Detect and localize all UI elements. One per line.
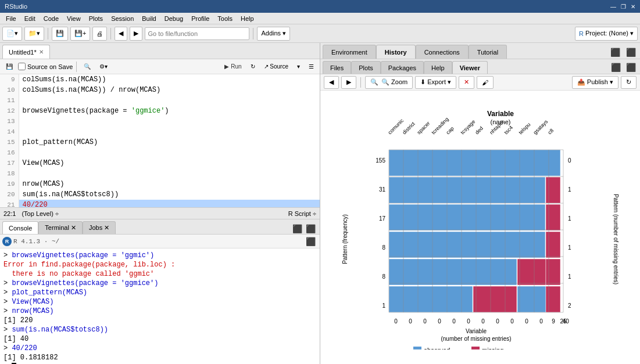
code-row: 9colSums(is.na(MCAS)) bbox=[0, 74, 320, 85]
chart-cell-missing bbox=[546, 286, 560, 312]
chart-right-labels: 0 1 1 1 1 2 bbox=[568, 157, 571, 309]
code-editor[interactable]: 9colSums(is.na(MCAS)) 10colSums(is.na(MC… bbox=[0, 74, 320, 207]
right-panel-expand-btn[interactable]: ⬛ bbox=[624, 47, 638, 57]
code-row: 14 bbox=[0, 127, 320, 137]
svg-text:1: 1 bbox=[568, 215, 571, 222]
console-clear-btn[interactable]: ⬛ bbox=[304, 236, 317, 247]
print-btn[interactable]: 🖨 bbox=[92, 27, 107, 41]
save-btn[interactable]: 💾 bbox=[52, 27, 68, 41]
project-btn[interactable]: R Project: (None) ▾ bbox=[575, 27, 638, 41]
refresh-btn[interactable]: ↻ bbox=[621, 76, 637, 89]
tab-viewer[interactable]: Viewer bbox=[452, 61, 488, 74]
maximize-btn[interactable]: ❐ bbox=[621, 3, 626, 10]
tab-connections[interactable]: Connections bbox=[416, 45, 469, 59]
menu-edit[interactable]: Edit bbox=[21, 15, 39, 23]
menu-help[interactable]: Help bbox=[237, 15, 258, 23]
code-row: 2140/220 bbox=[0, 200, 320, 207]
minimize-btn[interactable]: — bbox=[610, 3, 616, 10]
editor-tab-label: Untitled1* bbox=[9, 49, 37, 56]
delete-plot-btn[interactable]: ✕ bbox=[459, 76, 474, 89]
console-expand-btn[interactable]: ⬛ bbox=[304, 224, 317, 234]
run-btn[interactable]: ▶ Run bbox=[221, 61, 245, 73]
viewer-back-btn[interactable]: ◀ bbox=[324, 76, 339, 89]
svg-text:1: 1 bbox=[568, 244, 571, 251]
source-btn[interactable]: ↗ Source bbox=[260, 61, 292, 73]
source-on-save-label[interactable]: Source on Save bbox=[18, 63, 73, 70]
viewer-collapse-btn[interactable]: ⬛ bbox=[609, 62, 623, 73]
menu-build[interactable]: Build bbox=[138, 15, 159, 23]
svg-text:0: 0 bbox=[496, 318, 499, 325]
svg-text:tcsyage: tcsyage bbox=[459, 118, 476, 135]
brush-btn[interactable]: 🖌 bbox=[477, 76, 494, 89]
chart-cell bbox=[389, 177, 545, 203]
code-row: 16 bbox=[0, 147, 320, 158]
chart-container: Variable (name) comunic district spacer … bbox=[320, 91, 640, 364]
close-btn[interactable]: ✕ bbox=[631, 3, 635, 10]
menu-file[interactable]: File bbox=[2, 15, 20, 23]
menu-debug[interactable]: Debug bbox=[161, 15, 187, 23]
tab-tutorial[interactable]: Tutorial bbox=[469, 45, 507, 59]
tab-help[interactable]: Help bbox=[424, 61, 452, 74]
source-on-save-check[interactable] bbox=[18, 63, 26, 70]
new-file-btn[interactable]: 📄▾ bbox=[2, 27, 22, 41]
editor-code-tools-btn[interactable]: ⚙▾ bbox=[96, 61, 111, 73]
back-btn[interactable]: ◀ bbox=[115, 27, 127, 41]
code-row: 11 bbox=[0, 95, 320, 106]
svg-text:8: 8 bbox=[382, 273, 385, 280]
source-arrow-btn[interactable]: ▾ bbox=[294, 61, 303, 73]
export-btn[interactable]: ⬇ Export ▾ bbox=[415, 76, 456, 89]
console-tab-jobs[interactable]: Jobs ✕ bbox=[83, 221, 116, 234]
zoom-btn[interactable]: 🔍 🔍 Zoom bbox=[365, 76, 413, 89]
window-controls: — ❐ ✕ bbox=[610, 3, 635, 10]
menu-session[interactable]: Session bbox=[108, 15, 137, 23]
console-tab-terminal[interactable]: Terminal ✕ bbox=[38, 221, 83, 234]
menu-profile[interactable]: Profile bbox=[188, 15, 213, 23]
tab-packages[interactable]: Packages bbox=[381, 61, 424, 74]
chart-cell-missing bbox=[546, 259, 560, 285]
save-all-btn[interactable]: 💾+ bbox=[70, 27, 90, 41]
forward-btn[interactable]: ▶ bbox=[130, 27, 142, 41]
right-panel-collapse-btn[interactable]: ⬛ bbox=[609, 47, 622, 57]
editor-more-btn[interactable]: ☰ bbox=[305, 61, 317, 73]
console-output[interactable]: > browseVignettes(package = 'ggmic') Err… bbox=[0, 248, 320, 364]
code-level[interactable]: (Top Level) ÷ bbox=[22, 210, 59, 217]
svg-text:2: 2 bbox=[568, 302, 571, 309]
console-collapse-btn[interactable]: ⬛ bbox=[291, 224, 304, 234]
goto-input[interactable] bbox=[145, 27, 249, 40]
chart-cell-missing bbox=[546, 204, 560, 230]
chart-cell bbox=[389, 232, 545, 258]
r-logo: R bbox=[2, 237, 12, 246]
editor-tab-close[interactable]: ✕ bbox=[39, 49, 44, 55]
toolbar-sep-3 bbox=[253, 28, 253, 39]
tab-history[interactable]: History bbox=[376, 45, 416, 59]
code-row: 18 bbox=[0, 168, 320, 179]
tab-plots[interactable]: Plots bbox=[351, 61, 380, 74]
rerun-btn[interactable]: ↻ bbox=[247, 61, 259, 73]
addins-btn[interactable]: Addins ▾ bbox=[257, 27, 290, 41]
tab-files[interactable]: Files bbox=[323, 61, 351, 74]
chart-cell bbox=[517, 286, 546, 312]
export-icon: ⬇ bbox=[420, 78, 426, 86]
open-file-btn[interactable]: 📁▾ bbox=[24, 27, 44, 41]
main-toolbar: 📄▾ 📁▾ 💾 💾+ 🖨 ◀ ▶ Addins ▾ R Project: (No… bbox=[0, 24, 640, 43]
console-tab-console[interactable]: Console bbox=[2, 221, 38, 234]
menu-view[interactable]: View bbox=[63, 15, 84, 23]
publish-btn[interactable]: 📤 Publish ▾ bbox=[572, 76, 618, 89]
editor-tab-untitled1[interactable]: Untitled1* ✕ bbox=[2, 45, 50, 59]
script-type[interactable]: R Script ÷ bbox=[288, 210, 316, 217]
viewer-forward-btn[interactable]: ▶ bbox=[341, 76, 356, 89]
console-line: > browseVignettes(package = 'ggmic') bbox=[3, 251, 316, 260]
menu-code[interactable]: Code bbox=[40, 15, 62, 23]
menu-plots[interactable]: Plots bbox=[85, 15, 106, 23]
editor-search-btn[interactable]: 🔍 bbox=[80, 61, 94, 73]
tab-environment[interactable]: Environment bbox=[323, 45, 376, 59]
right-top-tabs-left: Environment History Connections Tutorial bbox=[323, 45, 507, 59]
right-top-tabs: Environment History Connections Tutorial… bbox=[320, 43, 640, 59]
plot-area: Variable (name) comunic district spacer … bbox=[320, 91, 640, 364]
viewer-expand-btn[interactable]: ⬛ bbox=[624, 62, 638, 73]
editor-save-btn[interactable]: 💾 bbox=[2, 61, 16, 73]
toolbar-sep-2 bbox=[110, 28, 111, 39]
chart-x-bottom-values: 0 0 0 0 0 0 0 0 0 0 0 9 25 40 bbox=[394, 318, 569, 325]
code-table: 9colSums(is.na(MCAS)) 10colSums(is.na(MC… bbox=[0, 74, 320, 207]
menu-tools[interactable]: Tools bbox=[214, 15, 236, 23]
